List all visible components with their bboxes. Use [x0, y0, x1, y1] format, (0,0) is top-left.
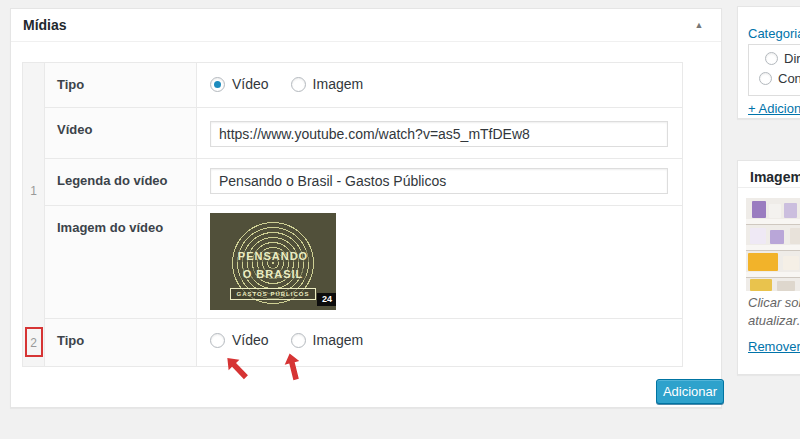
field-label-video: Vídeo [45, 108, 197, 158]
imagem-metabox: Imagem Clicar sobre atualizar. Remover [737, 160, 800, 375]
field-row-imagem-video: Imagem do vídeo PENSANDO O BRASIL GASTOS… [45, 206, 682, 319]
media-row-group-2: 2 Tipo Vídeo Imagem [23, 319, 682, 366]
thumb-title-line1: PENSANDO [235, 250, 311, 262]
thumb-title-line2: O BRASIL [240, 268, 307, 280]
category-label-2: Con [778, 71, 800, 86]
radio-label-imagem: Imagem [313, 76, 364, 92]
remove-image-link[interactable]: Remover [748, 339, 800, 354]
media-repeater-table: 1 Tipo Vídeo Imagem [22, 62, 683, 367]
featured-image-photo[interactable] [746, 198, 800, 291]
field-label-imagem-video: Imagem do vídeo [45, 206, 197, 318]
video-thumbnail[interactable]: PENSANDO O BRASIL GASTOS PÚBLICOS 24 [210, 213, 336, 310]
category-radio-2[interactable] [759, 72, 772, 85]
radio-label-imagem: Imagem [313, 332, 364, 348]
midias-header: Mídias ▲ [11, 9, 721, 42]
category-radio-1[interactable] [765, 52, 778, 65]
field-label-tipo: Tipo [45, 319, 197, 366]
radio-label-video: Vídeo [232, 332, 269, 348]
photo-shelf [746, 219, 800, 225]
field-row-legenda: Legenda do vídeo [45, 159, 682, 206]
field-label-tipo: Tipo [45, 63, 197, 107]
image-hint-line1: Clicar sobre [748, 294, 800, 312]
radio-video-row2[interactable] [210, 333, 225, 348]
categories-tab-link[interactable]: Categorias [748, 26, 800, 41]
row-number: 1 [23, 63, 45, 319]
midias-metabox: Mídias ▲ 1 Tipo Vídeo [10, 8, 722, 408]
categories-metabox: Categorias Dire Con + Adicionar [737, 6, 800, 119]
image-hint-line2: atualizar. [748, 312, 800, 330]
adicionar-button[interactable]: Adicionar [656, 379, 724, 404]
radio-imagem-row1[interactable] [291, 77, 306, 92]
category-label-1: Dire [784, 51, 800, 66]
radio-imagem-row2[interactable] [291, 333, 306, 348]
thumb-subtitle-tag: GASTOS PÚBLICOS [230, 288, 317, 300]
field-row-video-url: Vídeo [45, 108, 682, 159]
collapse-toggle-icon[interactable]: ▲ [681, 9, 717, 41]
media-row-group-1: 1 Tipo Vídeo Imagem [23, 63, 682, 319]
add-category-link[interactable]: + Adicionar [748, 101, 800, 116]
photo-shelf [746, 245, 800, 251]
video-caption-input[interactable] [210, 168, 668, 194]
radio-video-row1[interactable] [210, 77, 225, 92]
video-url-input[interactable] [210, 121, 668, 147]
panel-title: Mídias [23, 17, 67, 33]
field-row-tipo: Tipo Vídeo Imagem [45, 63, 682, 108]
categories-list-box: Dire Con [748, 44, 800, 96]
imagem-panel-title: Imagem [738, 161, 800, 188]
row-number: 2 [23, 319, 45, 366]
photo-shelf [746, 272, 800, 278]
field-row-tipo: Tipo Vídeo Imagem [45, 319, 682, 366]
radio-label-video: Vídeo [232, 76, 269, 92]
field-label-legenda: Legenda do vídeo [45, 159, 197, 205]
video-duration-badge: 24 [317, 293, 336, 306]
